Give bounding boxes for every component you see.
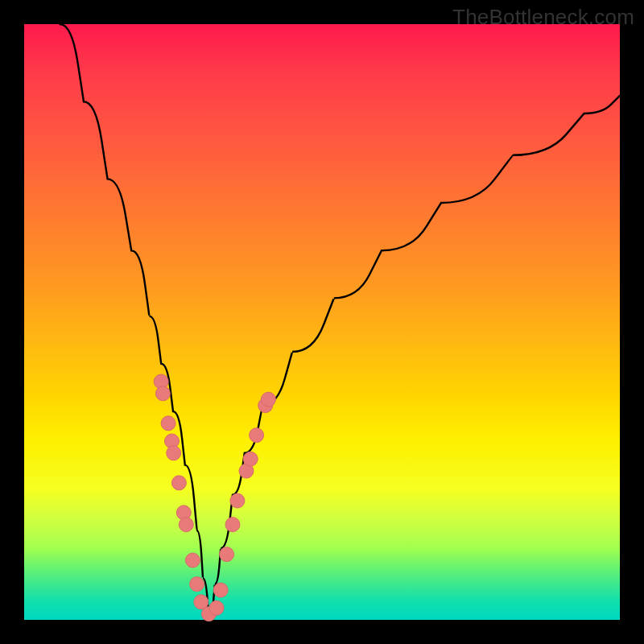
chart-frame: TheBottleneck.com bbox=[0, 0, 644, 644]
marker-dot bbox=[171, 476, 186, 490]
marker-dot bbox=[167, 446, 181, 460]
marker-dot bbox=[185, 553, 200, 568]
marker-dot bbox=[230, 493, 245, 508]
marker-dot bbox=[179, 518, 193, 532]
marker-dot bbox=[161, 416, 175, 431]
marker-dot bbox=[261, 392, 275, 407]
marker-dot bbox=[250, 428, 264, 443]
chart-svg bbox=[24, 24, 620, 620]
plot-area bbox=[24, 24, 620, 620]
marker-dot bbox=[155, 386, 170, 401]
marker-dot bbox=[190, 577, 204, 592]
marker-dot bbox=[225, 518, 240, 532]
marker-dot bbox=[243, 452, 258, 466]
watermark-text: TheBottleneck.com bbox=[452, 5, 634, 30]
marker-dot bbox=[209, 601, 224, 615]
marker-dot bbox=[213, 583, 228, 597]
bottleneck-curve bbox=[60, 24, 620, 620]
marker-dot bbox=[220, 547, 234, 562]
